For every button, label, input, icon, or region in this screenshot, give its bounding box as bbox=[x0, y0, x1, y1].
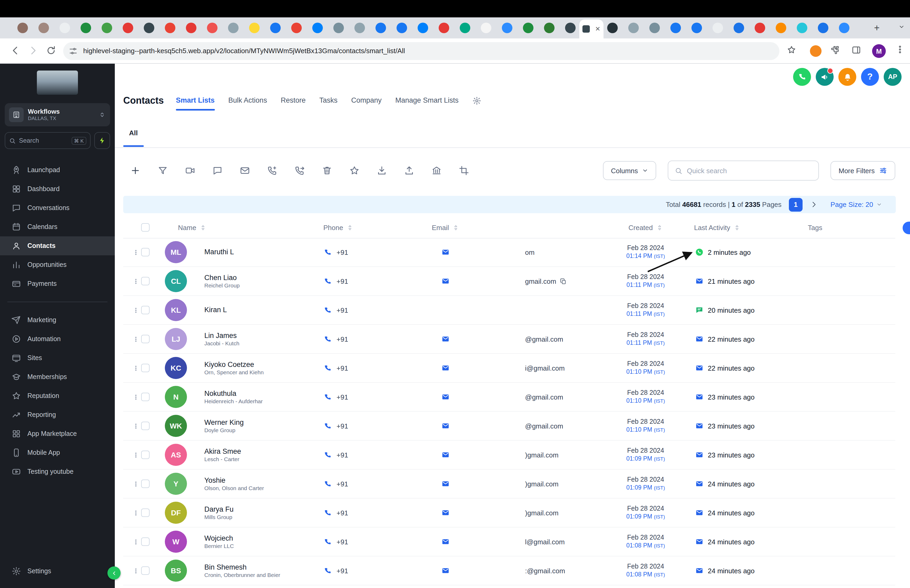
bookmark-star-icon[interactable] bbox=[786, 45, 797, 55]
select-all-checkbox[interactable] bbox=[141, 223, 150, 232]
row-checkbox[interactable] bbox=[141, 509, 150, 517]
browser-tab[interactable] bbox=[291, 23, 302, 33]
sidebar-item-contacts[interactable]: Contacts bbox=[0, 236, 115, 255]
row-checkbox[interactable] bbox=[141, 422, 150, 430]
sidebar-search-input[interactable]: Search ⌘ K bbox=[5, 132, 91, 149]
browser-tab[interactable] bbox=[18, 23, 28, 33]
contact-row[interactable]: BSBin ShemeshCronin, Oberbrunner and Bei… bbox=[123, 556, 895, 585]
row-menu-kebab-icon[interactable] bbox=[133, 441, 139, 469]
contact-row[interactable]: NNokuthulaHeidenreich - Aufderhar+91@gma… bbox=[123, 383, 895, 412]
tab-smart-lists[interactable]: Smart Lists bbox=[176, 96, 215, 105]
contact-row[interactable]: DFDarya FuMills Group+91)gmail.comFeb 28… bbox=[123, 499, 895, 527]
contact-row[interactable]: YYoshieOlson, Olson and Carter+91)gmail.… bbox=[123, 470, 895, 499]
sidebar-item-automation[interactable]: Automation bbox=[0, 330, 115, 349]
row-checkbox[interactable] bbox=[141, 306, 150, 314]
sidebar-item-payments[interactable]: Payments bbox=[0, 274, 115, 293]
sidebar-item-conversations[interactable]: Conversations bbox=[0, 199, 115, 217]
browser-tab[interactable] bbox=[502, 23, 512, 33]
copy-icon[interactable] bbox=[560, 278, 567, 284]
video-button[interactable] bbox=[181, 161, 200, 180]
floating-columns-button[interactable] bbox=[903, 221, 910, 234]
row-checkbox[interactable] bbox=[141, 393, 150, 401]
workspace-selector[interactable]: Workflows DALLAS, TX bbox=[5, 103, 110, 126]
sidebar-item-reporting[interactable]: Reporting bbox=[0, 405, 115, 424]
browser-tab[interactable] bbox=[144, 23, 154, 33]
sidebar-item-testing-youtube[interactable]: Testing youtube bbox=[0, 462, 115, 481]
row-menu-kebab-icon[interactable] bbox=[133, 325, 139, 353]
browser-tab[interactable] bbox=[692, 23, 702, 33]
browser-tab[interactable] bbox=[628, 23, 639, 33]
row-menu-kebab-icon[interactable] bbox=[133, 527, 139, 556]
browser-tab[interactable] bbox=[39, 23, 49, 33]
browser-tab[interactable] bbox=[354, 23, 365, 33]
more-filters-button[interactable]: More Filters bbox=[831, 161, 895, 180]
browser-tab[interactable] bbox=[481, 23, 491, 33]
sidebar-item-reputation[interactable]: Reputation bbox=[0, 386, 115, 405]
row-menu-kebab-icon[interactable] bbox=[133, 556, 139, 585]
tab-restore[interactable]: Restore bbox=[281, 96, 306, 105]
contact-row[interactable]: KCKiyoko CoetzeeOrn, Spencer and Kiehn+9… bbox=[123, 354, 895, 383]
row-checkbox[interactable] bbox=[141, 364, 150, 372]
call-icon[interactable] bbox=[793, 68, 811, 86]
browser-tab[interactable] bbox=[755, 23, 765, 33]
close-tab-icon[interactable]: ✕ bbox=[595, 26, 600, 32]
contacts-settings-gear-icon[interactable] bbox=[472, 96, 481, 105]
extension-icon[interactable] bbox=[810, 45, 821, 57]
browser-tab[interactable] bbox=[671, 23, 681, 33]
sort-icon[interactable] bbox=[346, 224, 353, 231]
browser-tab[interactable] bbox=[207, 23, 218, 33]
browser-tab[interactable] bbox=[270, 23, 281, 33]
column-header-created[interactable]: Created bbox=[614, 217, 677, 238]
new-tab-button[interactable]: + bbox=[871, 22, 883, 34]
contact-row[interactable]: ASAkira SmeeLesch - Carter+91)gmail.comF… bbox=[123, 441, 895, 470]
help-icon[interactable]: ? bbox=[861, 68, 879, 86]
sidebar-item-opportunities[interactable]: Opportunities bbox=[0, 255, 115, 274]
filter-button[interactable] bbox=[153, 161, 172, 180]
row-menu-kebab-icon[interactable] bbox=[133, 354, 139, 382]
browser-profile-avatar[interactable]: M bbox=[872, 44, 886, 58]
sidebar-item-app-marketplace[interactable]: App Marketplace bbox=[0, 424, 115, 443]
browser-tab[interactable] bbox=[544, 23, 554, 33]
contact-row[interactable]: WKWerner KingDoyle Group+91@gmail.comFeb… bbox=[123, 412, 895, 441]
email-button[interactable] bbox=[235, 161, 254, 180]
contact-row[interactable]: KLKiran L+91Feb 28 202401:11 PM (IST)20 … bbox=[123, 296, 895, 325]
row-menu-kebab-icon[interactable] bbox=[133, 238, 139, 267]
tab-bulk-actions[interactable]: Bulk Actions bbox=[228, 96, 267, 105]
browser-tab[interactable] bbox=[375, 23, 386, 33]
browser-tab[interactable] bbox=[839, 23, 849, 33]
contact-row[interactable]: WWojciechBernier LLC+91l@gmail.comFeb 28… bbox=[123, 527, 895, 556]
browser-tab[interactable] bbox=[396, 23, 407, 33]
browser-tab[interactable] bbox=[439, 23, 449, 33]
sort-icon[interactable] bbox=[656, 224, 663, 231]
call-add-button[interactable] bbox=[263, 161, 282, 180]
active-browser-tab[interactable]: ✕ bbox=[579, 19, 603, 39]
browser-tab[interactable] bbox=[249, 23, 260, 33]
contact-row[interactable]: LJLin JamesJacobi - Kutch+91@gmail.comFe… bbox=[123, 325, 895, 354]
browser-tab[interactable] bbox=[649, 23, 660, 33]
row-menu-kebab-icon[interactable] bbox=[133, 412, 139, 440]
browser-tab[interactable] bbox=[713, 23, 723, 33]
tab-manage-smart-lists[interactable]: Manage Smart Lists bbox=[395, 96, 458, 105]
sidebar-item-marketing[interactable]: Marketing bbox=[0, 310, 115, 330]
favorite-button[interactable] bbox=[345, 161, 364, 180]
forward-icon[interactable] bbox=[27, 45, 39, 57]
add-contact-button[interactable] bbox=[126, 161, 145, 180]
import-button[interactable] bbox=[372, 161, 391, 180]
browser-tab[interactable] bbox=[418, 23, 428, 33]
site-settings-tune-icon[interactable] bbox=[68, 46, 78, 56]
browser-tab[interactable] bbox=[460, 23, 470, 33]
row-menu-kebab-icon[interactable] bbox=[133, 383, 139, 411]
back-icon[interactable] bbox=[10, 45, 21, 57]
quick-actions-bolt-button[interactable] bbox=[94, 132, 110, 149]
row-checkbox[interactable] bbox=[141, 566, 150, 575]
browser-tab[interactable] bbox=[81, 23, 91, 33]
row-menu-kebab-icon[interactable] bbox=[133, 267, 139, 295]
sort-icon[interactable] bbox=[452, 224, 459, 231]
browser-tab[interactable] bbox=[60, 23, 70, 33]
column-header-tags[interactable]: Tags bbox=[808, 217, 822, 238]
column-header-phone[interactable]: Phone bbox=[323, 217, 353, 238]
side-panel-icon[interactable] bbox=[851, 45, 862, 55]
notifications-icon[interactable] bbox=[838, 68, 856, 86]
row-checkbox[interactable] bbox=[141, 335, 150, 343]
row-menu-kebab-icon[interactable] bbox=[133, 296, 139, 324]
